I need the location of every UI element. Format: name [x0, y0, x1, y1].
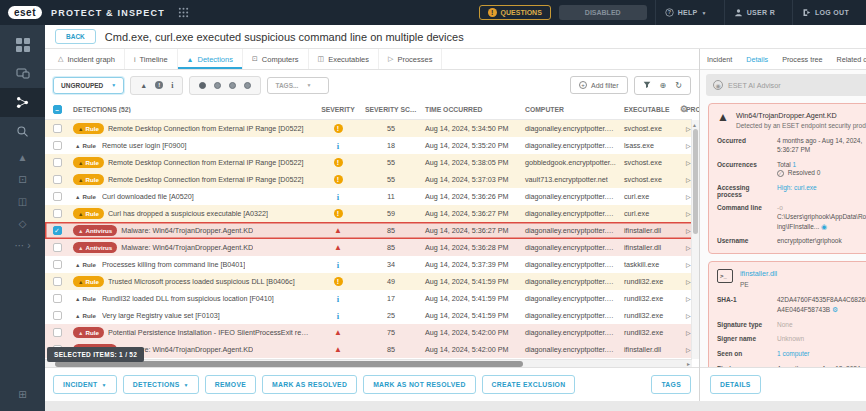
table-row[interactable]: ▲RuleRundll32 loaded DLL from suspicious… — [45, 290, 692, 307]
sidebar-item-incidents[interactable] — [0, 88, 45, 117]
column-computer[interactable]: COMPUTER — [521, 106, 620, 113]
logout-button[interactable]: LOG OUT — [792, 0, 858, 25]
more-chevron-icon: ⋯ › — [14, 240, 30, 251]
detections-button[interactable]: DETECTIONS▼ — [123, 375, 199, 394]
column-severity[interactable]: SEVERITY — [315, 106, 361, 113]
detail-tabs: △Incident graphiTimeline▲Detections⊡Comp… — [45, 49, 699, 70]
row-checkbox[interactable] — [53, 175, 62, 184]
column-settings-gear-icon[interactable]: ⚙ — [680, 104, 688, 114]
column-severity-score[interactable]: SEVERITY SCORE — [361, 106, 421, 113]
grouping-select[interactable]: UNGROUPED ▼ — [53, 77, 124, 94]
row-checkbox[interactable] — [53, 260, 62, 269]
back-button[interactable]: BACK — [55, 29, 96, 44]
table-row[interactable]: ▲AntivirusMalware: Win64/TrojanDropper.A… — [45, 239, 692, 256]
sidebar-item-automation[interactable]: ◇ — [0, 212, 45, 234]
status-filter-2[interactable] — [214, 82, 221, 89]
reputation-icon[interactable]: ⚙ — [832, 306, 838, 313]
eye-icon[interactable]: ◉ — [821, 223, 827, 230]
eset-ai-advisor-button[interactable]: ◉ ESET AI Advisor ⋮ — [706, 74, 866, 96]
vertical-scrollbar[interactable]: ▲ — [691, 120, 699, 359]
computer-cell: diagonalley.encryptpotter.net — [521, 311, 620, 320]
file-name-link[interactable]: ifinstaller.dll — [740, 269, 777, 278]
mark-as-resolved-button[interactable]: MARK AS RESOLVED — [262, 375, 357, 394]
filter-funnel-icon[interactable] — [643, 81, 651, 89]
add-filter-button[interactable]: + Add filter — [570, 76, 628, 94]
severity-critical-filter[interactable]: ▲ — [140, 82, 147, 89]
vertical-scrollbar-thumb[interactable] — [693, 129, 698, 234]
panel-tab-details[interactable]: Details — [739, 49, 775, 69]
panel-tab-related-objects[interactable]: Related objects — [830, 49, 866, 69]
severity-warning-filter[interactable]: ! — [155, 81, 163, 89]
row-checkbox[interactable] — [53, 158, 62, 167]
table-row[interactable]: ▲RuleCurl downloaded file [A0520]i11Aug … — [45, 188, 692, 205]
column-time-occurred[interactable]: TIME OCCURRED — [421, 106, 521, 113]
tab-detections[interactable]: ▲Detections — [178, 49, 243, 69]
status-filter-3[interactable] — [229, 82, 236, 89]
incident-button[interactable]: INCIDENT▼ — [53, 375, 117, 394]
sidebar-item-scripts[interactable]: ◫ — [0, 190, 45, 212]
select-all-checkbox[interactable]: – — [53, 105, 62, 114]
row-checkbox[interactable] — [53, 277, 62, 286]
sidebar-item-dashboard[interactable] — [0, 30, 45, 59]
severity-warning-icon: ! — [334, 175, 343, 184]
tags-select[interactable]: TAGS... ▼ — [267, 77, 329, 94]
tags-button[interactable]: TAGS — [651, 375, 691, 394]
field-label: Occurred — [717, 137, 773, 155]
export-icon[interactable]: ⊕ — [660, 81, 667, 90]
tab-computers[interactable]: ⊡Computers — [243, 49, 309, 69]
scroll-right-arrow[interactable]: ▸ — [687, 360, 690, 367]
row-checkbox[interactable] — [53, 311, 62, 320]
table-row[interactable]: ▲RulePotential Persistence Installation … — [45, 324, 692, 341]
row-checkbox[interactable] — [53, 294, 62, 303]
apps-grid-icon[interactable] — [178, 7, 189, 18]
panel-tab-process-tree[interactable]: Process tree — [775, 49, 829, 69]
tab-processes[interactable]: ▷Processes — [379, 49, 442, 69]
field-label: Seen on — [717, 350, 773, 359]
row-checkbox[interactable] — [53, 192, 62, 201]
row-checkbox[interactable] — [53, 243, 62, 252]
table-row[interactable]: ▲RuleTrusted Microsoft process loaded su… — [45, 273, 692, 290]
severity-info-filter[interactable]: i — [171, 81, 173, 90]
status-filter-4[interactable] — [244, 82, 251, 89]
value-link[interactable]: 1 computer — [777, 350, 810, 357]
user-menu[interactable]: USER R — [724, 0, 784, 25]
sidebar-item-executables[interactable]: ⊡ — [0, 168, 45, 190]
details-button[interactable]: DETAILS — [710, 375, 761, 394]
column-detections[interactable]: DETECTIONS (52) — [69, 106, 315, 113]
severity-cell: i — [315, 260, 361, 270]
status-filter-1[interactable] — [199, 82, 206, 89]
table-row[interactable]: ▲RuleVery large Registry value set [F010… — [45, 307, 692, 324]
create-exclusion-button[interactable]: CREATE EXCLUSION — [482, 375, 576, 394]
table-row[interactable]: ▲RuleRemote Desktop Connection from Exte… — [45, 171, 692, 188]
refresh-icon[interactable]: ↻ — [675, 81, 682, 90]
row-checkbox[interactable] — [53, 124, 62, 133]
mark-as-not-resolved-button[interactable]: MARK AS NOT RESOLVED — [363, 375, 475, 394]
remove-button[interactable]: REMOVE — [205, 375, 256, 394]
value-link[interactable]: 1 — [793, 161, 797, 168]
row-checkbox[interactable] — [53, 328, 62, 337]
tab-timeline[interactable]: iTimeline — [125, 49, 178, 69]
table-row[interactable]: ▲RuleRemote Desktop Connection from Exte… — [45, 120, 692, 137]
disabled-button[interactable]: DISABLED — [559, 5, 647, 20]
row-checkbox[interactable] — [53, 209, 62, 218]
row-checkbox[interactable] — [53, 141, 62, 150]
sidebar-item-computers[interactable] — [0, 59, 45, 88]
table-row[interactable]: ▲RuleProcesses killing from command line… — [45, 256, 692, 273]
table-row[interactable]: ✓▲AntivirusMalware: Win64/TrojanDropper.… — [45, 222, 692, 239]
sidebar-item-more[interactable]: ⋯ › — [0, 234, 45, 256]
sidebar-item-collapse[interactable]: ⊞ — [0, 383, 45, 405]
help-menu[interactable]: ? HELP ▼ — [655, 0, 716, 25]
row-checkbox[interactable]: ✓ — [53, 226, 62, 235]
questions-button[interactable]: ! QUESTIONS — [479, 5, 551, 20]
value-link[interactable]: High: curl.exe — [777, 184, 817, 191]
panel-tab-incident[interactable]: Incident — [700, 49, 739, 69]
sidebar-item-search[interactable] — [0, 117, 45, 146]
table-row[interactable]: ▲RuleRemote Desktop Connection from Exte… — [45, 154, 692, 171]
tab-incident-graph[interactable]: △Incident graph — [49, 49, 125, 69]
tab-executables[interactable]: ◫Executables — [309, 49, 379, 69]
table-row[interactable]: ▲RuleRemote user login [F0900]i18Aug 14,… — [45, 137, 692, 154]
sidebar-item-detections[interactable]: ▲ — [0, 146, 45, 168]
scroll-up-arrow[interactable]: ▲ — [692, 122, 697, 128]
table-row[interactable]: ▲RuleCurl has dropped a suspicious execu… — [45, 205, 692, 222]
column-executable[interactable]: EXECUTABLE — [620, 106, 682, 113]
